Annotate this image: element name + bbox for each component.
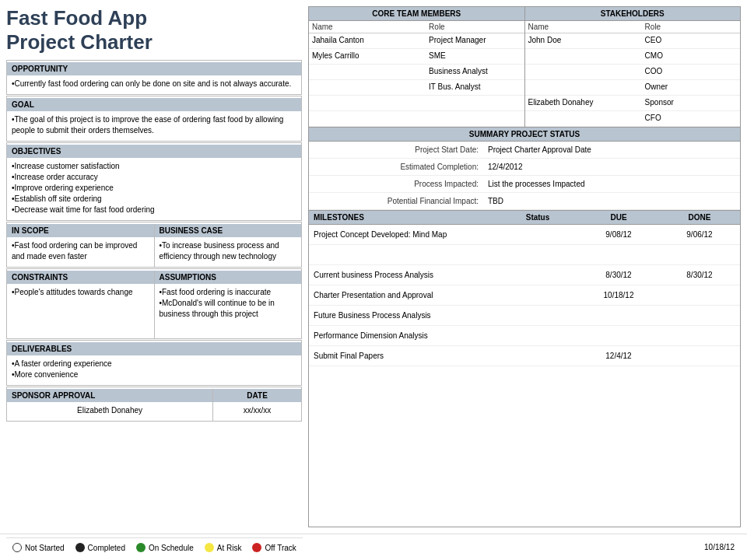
stakeholders-header: STAKEHOLDERS xyxy=(525,7,741,21)
stakeholder-role: CEO xyxy=(642,33,740,48)
opportunity-header: OPPORTUNITY xyxy=(7,62,301,75)
legend-item: At Risk xyxy=(205,543,242,552)
summary-section: SUMMARY PROJECT STATUS Project Start Dat… xyxy=(309,128,740,210)
milestone-row: Submit Final Papers 12/4/12 xyxy=(309,346,740,366)
summary-value: TBD xyxy=(483,194,740,208)
core-team-col-headers: Name Role xyxy=(309,21,524,33)
summary-label: Potential Financial Impact: xyxy=(309,194,483,208)
stakeholders-col-name: Name xyxy=(525,21,642,33)
sponsor-content: Elizabeth Donahey xx/xx/xx xyxy=(7,402,301,421)
assumptions-header: ASSUMPTIONS xyxy=(155,271,302,284)
stakeholder-role: CFO xyxy=(642,111,740,126)
stakeholder-role: Owner xyxy=(642,80,740,95)
legend-label: Not Started xyxy=(25,544,65,552)
objective-item: •Establish off site ordering xyxy=(12,194,296,205)
objective-item: •Increase order accuracy xyxy=(12,172,296,183)
milestones-col-due: DUE xyxy=(578,211,659,224)
summary-row: Project Start Date:Project Charter Appro… xyxy=(309,142,740,159)
milestone-done: 8/30/12 xyxy=(659,268,740,282)
business-case-body: •To increase business process and effici… xyxy=(155,237,302,267)
core-team-header: CORE TEAM MEMBERS xyxy=(309,7,524,21)
milestone-done xyxy=(659,334,740,338)
milestone-done xyxy=(659,313,740,318)
stakeholder-row: John DoeCEO xyxy=(525,33,741,49)
milestone-row: Performance Dimension Analysis xyxy=(309,326,740,346)
constraints-body: •People's attitudes towards change xyxy=(7,284,155,338)
core-team-col-role: Role xyxy=(426,21,524,33)
deliverable-item: •More convenience xyxy=(12,369,296,380)
constraints-assumptions-section: CONSTRAINTS ASSUMPTIONS •People's attitu… xyxy=(6,268,302,339)
milestones-section: MILESTONES Status DUE DONE Project Conce… xyxy=(309,210,740,366)
sponsor-name: Elizabeth Donahey xyxy=(7,402,213,421)
summary-row: Estimated Completion:12/4/2012 xyxy=(309,159,740,176)
milestone-done: 9/06/12 xyxy=(659,228,740,241)
milestone-row: Current business Process Analysis 8/30/1… xyxy=(309,265,740,285)
objective-item: •Increase customer satisfaction xyxy=(12,161,296,172)
core-team-col-name: Name xyxy=(309,21,426,33)
core-team-row: Myles CarrilloSME xyxy=(309,49,524,65)
scope-business-headers: IN SCOPE BUSINESS CASE xyxy=(7,222,301,237)
legend-label: Completed xyxy=(88,544,125,552)
milestone-due: 9/08/12 xyxy=(578,228,659,241)
core-team-name xyxy=(309,96,426,110)
core-team-row: Jahaila CantonProject Manager xyxy=(309,33,524,49)
milestone-name: Future Business Process Analysis xyxy=(309,309,497,322)
milestone-due xyxy=(578,334,659,338)
legend-icon xyxy=(205,543,214,552)
core-team-role: Business Analyst xyxy=(426,65,524,79)
legend: Not StartedCompletedOn ScheduleAt RiskOf… xyxy=(6,537,303,557)
footer-date: 10/18/12 xyxy=(698,540,741,555)
summary-value: Project Charter Approval Date xyxy=(483,143,740,156)
ca-body: •People's attitudes towards change •Fast… xyxy=(7,284,301,338)
milestone-name: Project Concept Developed: Mind Map xyxy=(309,228,497,241)
milestone-row: Project Concept Developed: Mind Map 9/08… xyxy=(309,225,740,245)
summary-value: List the processes Impacted xyxy=(483,177,740,191)
goal-section: GOAL •The goal of this project is to imp… xyxy=(6,96,302,142)
stakeholder-name: John Doe xyxy=(525,33,642,48)
deliverables-section: DELIVERABLES •A faster ordering experien… xyxy=(6,340,302,386)
core-team-name: Myles Carrillo xyxy=(309,49,426,64)
objective-item: •Decrease wait time for fast food orderi… xyxy=(12,205,296,215)
milestone-row: Future Business Process Analysis xyxy=(309,306,740,326)
milestone-due: 8/30/12 xyxy=(578,268,659,282)
milestone-name: Current business Process Analysis xyxy=(309,268,497,282)
core-team-name xyxy=(309,65,426,79)
in-scope-header: IN SCOPE xyxy=(7,224,155,237)
core-team-role: Project Manager xyxy=(426,33,524,48)
stakeholder-role: COO xyxy=(642,65,740,79)
in-scope-body: •Fast food ordering can be improved and … xyxy=(7,237,155,267)
legend-label: On Schedule xyxy=(149,544,194,552)
stakeholders-col-headers: Name Role xyxy=(525,21,741,33)
milestone-name xyxy=(309,253,497,257)
goal-body: •The goal of this project is to improve … xyxy=(7,111,301,141)
milestone-name: Performance Dimension Analysis xyxy=(309,329,497,342)
milestone-status xyxy=(497,233,578,237)
core-team-role xyxy=(426,96,524,110)
milestone-done xyxy=(659,253,740,257)
milestone-name: Charter Presentation and Approval xyxy=(309,289,497,302)
milestones-col-name: MILESTONES xyxy=(309,211,497,224)
milestones-rows: Project Concept Developed: Mind Map 9/08… xyxy=(309,225,740,366)
milestone-status xyxy=(497,313,578,318)
milestone-row: Charter Presentation and Approval 10/18/… xyxy=(309,285,740,306)
summary-label: Estimated Completion: xyxy=(309,160,483,173)
legend-item: Not Started xyxy=(12,543,65,552)
project-title: Fast Food App Project Charter xyxy=(6,6,302,54)
milestone-done xyxy=(659,354,740,359)
top-tables: CORE TEAM MEMBERS Name Role Jahaila Cant… xyxy=(309,7,740,128)
objectives-header: OBJECTIVES xyxy=(7,145,301,158)
opportunity-section: OPPORTUNITY •Currently fast food orderin… xyxy=(6,60,302,95)
stakeholder-name xyxy=(525,49,642,64)
core-team-name xyxy=(309,111,426,126)
stakeholder-name xyxy=(525,80,642,95)
deliverable-item: •A faster ordering experience xyxy=(12,359,296,369)
sponsor-section: SPONSOR APPROVAL DATE Elizabeth Donahey … xyxy=(6,387,302,422)
stakeholder-row: CFO xyxy=(525,111,741,127)
core-team-row: IT Bus. Analyst xyxy=(309,80,524,96)
milestone-row xyxy=(309,245,740,265)
core-team-row: Business Analyst xyxy=(309,65,524,80)
milestone-due: 10/18/12 xyxy=(578,289,659,302)
core-team-role: IT Bus. Analyst xyxy=(426,80,524,95)
summary-value: 12/4/2012 xyxy=(483,160,740,173)
milestone-status xyxy=(497,253,578,257)
